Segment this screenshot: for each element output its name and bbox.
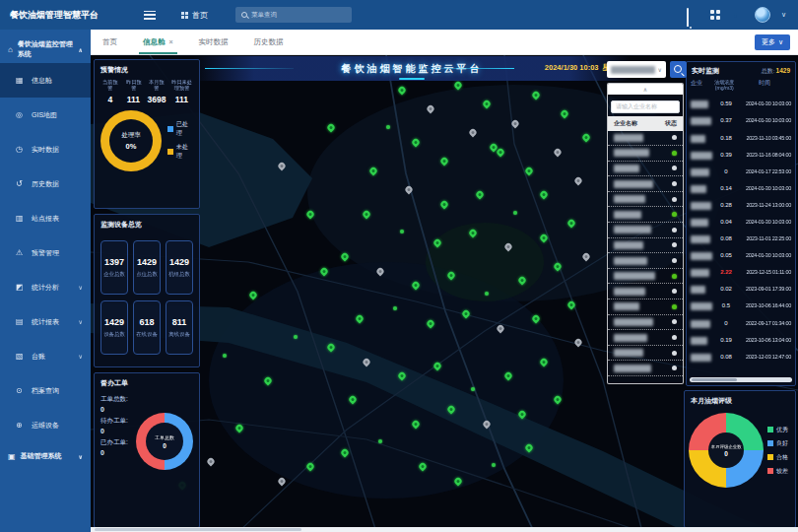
realtime-row[interactable]: 0.592024-01-30 10:03:00 <box>687 96 795 112</box>
sidebar-item-实时数据[interactable]: ◷实时数据 <box>0 132 91 166</box>
apps-grid-icon[interactable] <box>709 9 721 21</box>
sidebar-section-monitor-system[interactable]: ⌂ 餐饮油烟监控管理系统 ∧ <box>0 35 91 63</box>
hamburger-menu-icon[interactable] <box>144 11 156 20</box>
sidebar-item-运维设备[interactable]: ⊕运维设备 <box>0 408 91 442</box>
realtime-row[interactable]: 0.392023-11-16 08:04:00 <box>687 146 795 163</box>
tab-首页[interactable]: 首页 <box>102 30 117 54</box>
record-time: 2023-11-16 08:04:00 <box>742 152 791 158</box>
company-list-row[interactable] <box>608 284 683 299</box>
warning-stat-label: 昨日预警 <box>123 80 143 92</box>
concentration-value: 0.05 <box>714 252 738 258</box>
company-list-row[interactable] <box>608 146 683 162</box>
realtime-row[interactable]: 0.142024-01-30 10:03:00 <box>687 179 795 196</box>
realtime-row[interactable]: 02022-09-17 01:34:00 <box>687 314 795 331</box>
tab-信息舱[interactable]: 信息舱× <box>143 30 173 54</box>
map-dot-icon[interactable] <box>485 292 489 296</box>
map-dot-icon[interactable] <box>378 439 382 443</box>
page-hscrollbar[interactable] <box>91 527 798 532</box>
map-dot-icon[interactable] <box>393 306 397 310</box>
sidebar-item-预警管理[interactable]: ⚠预警管理 <box>0 235 91 270</box>
realtime-row[interactable]: 0.042024-01-30 10:03:00 <box>687 213 795 230</box>
sidebar-item-台账[interactable]: ▧台账∨ <box>0 339 91 373</box>
user-avatar[interactable] <box>755 7 770 23</box>
realtime-row[interactable]: 0.282023-11-24 13:00:00 <box>687 196 795 213</box>
device-ops-icon: ⊕ <box>16 421 28 430</box>
map-dot-icon[interactable] <box>223 354 227 358</box>
company-list-row[interactable] <box>608 346 683 362</box>
realtime-row[interactable]: 02024-01-17 22:53:00 <box>687 163 795 179</box>
realtime-row[interactable]: 0.372024-01-30 10:03:00 <box>687 112 795 129</box>
company-name-blurred <box>691 100 708 108</box>
device-stat-企业总数[interactable]: 1397企业总数 <box>100 240 128 295</box>
tab-历史数据[interactable]: 历史数据 <box>254 30 284 54</box>
company-select[interactable]: ∨ <box>607 61 666 78</box>
realtime-company-blurred <box>691 129 714 147</box>
sidebar-item-统计报表[interactable]: ▤统计报表∨ <box>0 304 91 339</box>
realtime-row[interactable]: 0.022023-09-01 17:39:00 <box>687 281 795 298</box>
realtime-row[interactable]: 2.222023-12-15 01:11:00 <box>687 264 795 281</box>
company-list-row[interactable] <box>608 131 683 147</box>
menu-search-input[interactable]: 菜单查询 <box>235 7 352 23</box>
company-name-input[interactable] <box>611 100 680 113</box>
company-list-row[interactable] <box>608 223 683 238</box>
map-dot-icon[interactable] <box>386 125 390 129</box>
sidebar-item-统计分析[interactable]: ◩统计分析∨ <box>0 270 91 304</box>
company-list-row[interactable] <box>608 207 683 223</box>
concentration-value: 0.37 <box>714 117 738 123</box>
company-search-button[interactable] <box>670 61 687 78</box>
company-list-row[interactable] <box>608 299 683 315</box>
legend-item-已处理: 已处理 <box>167 120 193 138</box>
realtime-row[interactable]: 0.182023-11-10 03:45:00 <box>687 129 795 146</box>
legend-swatch <box>167 149 173 155</box>
company-list-row[interactable] <box>608 192 683 208</box>
dropdown-collapse-button[interactable]: ∧ <box>608 84 683 95</box>
realtime-row[interactable]: 0.052024-01-30 10:03:00 <box>687 247 795 264</box>
realtime-row[interactable]: 0.082023-12-03 12:47:00 <box>687 348 795 365</box>
map-dot-icon[interactable] <box>492 463 496 467</box>
sidebar-item-站点报表[interactable]: ▥站点报表 <box>0 201 91 235</box>
company-name-blurred <box>691 354 711 362</box>
map-dot-icon[interactable] <box>471 387 475 391</box>
more-button[interactable]: 更多∨ <box>755 34 790 50</box>
dashboard-title: 餐饮油烟智能监控云平台 <box>342 62 483 76</box>
sidebar-section-base-system[interactable]: ▣ 基础管理系统 ∨ <box>0 442 91 470</box>
realtime-hscrollbar[interactable] <box>690 377 792 382</box>
map-dot-icon[interactable] <box>294 335 298 339</box>
close-icon[interactable]: × <box>169 38 173 45</box>
device-stat-点位总数[interactable]: 1429点位总数 <box>133 240 161 295</box>
sidebar-item-信息舱[interactable]: ▦信息舱 <box>0 63 91 98</box>
company-list-row[interactable] <box>608 361 683 376</box>
company-list-row[interactable] <box>608 269 683 285</box>
company-name-blurred <box>614 288 645 296</box>
device-stat-设备总数[interactable]: 1429设备总数 <box>100 300 128 355</box>
company-name-blurred <box>691 152 712 160</box>
search-icon <box>241 12 247 18</box>
flame-icon[interactable] <box>732 9 744 21</box>
map-dot-icon[interactable] <box>400 230 404 233</box>
sidebar-item-档案查询[interactable]: ⊙档案查询 <box>0 373 91 408</box>
realtime-row[interactable]: 0.082023-11-01 22:25:00 <box>687 231 795 247</box>
realtime-row[interactable]: 0.52023-10-06 16:44:00 <box>687 298 795 314</box>
map-dot-icon[interactable] <box>513 211 517 215</box>
sidebar-item-GIS地图[interactable]: ◎GIS地图 <box>0 98 91 132</box>
company-list-row[interactable] <box>608 176 683 192</box>
user-menu-chevron-icon[interactable]: ∨ <box>781 11 786 19</box>
status-dot-off <box>672 166 677 170</box>
home-grid-icon <box>181 12 188 19</box>
realtime-data-icon: ◷ <box>16 145 28 154</box>
company-list-row[interactable] <box>608 330 683 346</box>
concentration-value: 0.19 <box>714 337 738 343</box>
device-stat-在线设备[interactable]: 618在线设备 <box>133 300 161 355</box>
realtime-row[interactable]: 0.192023-10-06 13:04:00 <box>687 331 795 348</box>
device-stat-离线设备[interactable]: 811离线设备 <box>166 300 193 355</box>
company-list-row[interactable] <box>608 238 683 254</box>
device-stat-机组总数[interactable]: 1429机组总数 <box>166 240 193 295</box>
company-list-row[interactable] <box>608 162 683 177</box>
sidebar-item-历史数据[interactable]: ↺历史数据 <box>0 166 91 201</box>
tab-实时数据[interactable]: 实时数据 <box>199 30 229 54</box>
company-list-row[interactable] <box>608 253 683 269</box>
notification-bell-icon[interactable] <box>687 9 698 21</box>
company-list-row[interactable] <box>608 315 683 331</box>
header-home-link[interactable]: 首页 <box>181 10 208 21</box>
realtime-company-blurred <box>691 280 714 298</box>
